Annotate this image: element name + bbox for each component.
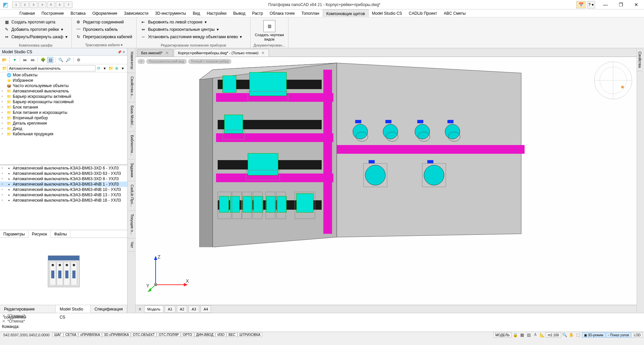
tab-close-icon[interactable]: ✕ [165,51,169,55]
vtab-properties[interactable]: Свойства [637,48,643,71]
tree-item[interactable]: 📦Часто используемые объекты [0,83,127,88]
list-icon[interactable]: ▤ [47,57,53,63]
qat-btn[interactable]: 7 [64,1,72,8]
tree-item[interactable]: +📁Вторичный прибор [0,115,127,121]
cmd-clear-icon[interactable]: ✕ [2,319,5,324]
open-icon[interactable]: 📂 [1,57,7,63]
status-toggle[interactable]: ОТС-ПОЛЯР [157,333,181,337]
tree-item[interactable]: +▪Автоматический выключатель-КЭАЗ-ВМ63-4… [0,187,127,192]
add-rail-button[interactable]: ✎Добавить прототип рейки ▾ [3,26,69,33]
tree-item[interactable]: +📁Автоматический выключатель [0,88,127,94]
refresh-icon[interactable]: ⟳ [96,65,102,71]
tree-item[interactable]: +▪Автоматический выключатель-КЭАЗ-ВМ63-3… [0,171,127,176]
grid-icon[interactable]: ▦ [519,332,525,338]
status-toggle[interactable]: ВЕС [226,333,237,337]
find-icon[interactable]: 🔍 [58,57,64,63]
panel-category-dropdown[interactable]: 📁 ⟳ ▾ 📁 ⊕ ▾ [0,64,127,72]
menu-item[interactable]: Зависимости [121,9,152,17]
vtab[interactable]: Задания [127,159,135,181]
menu-item[interactable]: CADLib Проект [406,9,440,17]
vtab[interactable]: Свойства э... [127,73,135,102]
calendar-icon[interactable]: 📅 [576,1,586,8]
menu-item[interactable]: Облака точек [266,9,298,17]
chevron-down-icon[interactable]: ▾ [102,65,108,71]
chevron-down-icon[interactable]: ▾ [120,65,126,71]
tree-item[interactable]: +📁Барьер искрозащиты пассивный [0,99,127,105]
status-toggle[interactable]: 3D оПРИВЯЗКА [102,333,131,337]
close-button[interactable]: ✕ [629,0,644,9]
menu-item[interactable]: Вывод [230,9,249,17]
status-toggle[interactable]: ИЗО [215,333,226,337]
vtab[interactable]: Текущие п... [127,211,135,238]
vtab[interactable]: Библиотек... [127,132,135,160]
view-badge[interactable]: Пользовательский вид [146,59,187,64]
status-toggle[interactable]: ОРТО [181,333,194,337]
vtab[interactable]: База Model... [127,102,135,132]
tree-icon[interactable]: 🌳 [40,57,46,63]
qat-btn[interactable]: 3 [30,1,38,8]
menu-item[interactable]: Вставка [67,9,89,17]
ucs-toggle-icon[interactable]: ⬚ [575,332,581,338]
document-tab[interactable]: Без имени0*✕ [137,49,173,57]
panel-close-icon[interactable]: ✕ [122,50,125,54]
align-left-button[interactable]: ⇤Выровнять по левой стороне ▾ [139,19,248,25]
show-nodes-button[interactable]: ▫ Показ узлов [606,332,631,338]
qat-btn[interactable]: 1 [12,1,20,8]
create-prototype-button[interactable]: ▦Создать прототип щита [3,19,69,25]
tree-item[interactable]: +📁Блок питания [0,105,127,110]
tree-item[interactable]: +📁Диод [0,126,127,131]
property-tab[interactable]: Рисунок [29,230,51,238]
layout-tab[interactable]: А2 [177,305,187,313]
panel-tab[interactable]: Редактирование соединений [0,305,56,313]
minimize-button[interactable]: — [598,0,613,9]
tree-item[interactable]: +▪Автоматический выключатель-КЭАЗ-ВМ63-3… [0,165,127,171]
create-views-button[interactable]: ▥ Создать чертежи видов [253,19,285,43]
menu-item[interactable]: Model Studio CS [369,9,406,17]
qat-btn[interactable]: 4 [38,1,46,8]
property-tab[interactable]: Файлы [51,230,70,237]
command-prompt[interactable]: Команда: [0,324,644,329]
tree-item[interactable]: +📁Кабельная продукция [0,131,127,137]
tab-close-icon[interactable]: ✕ [261,51,265,55]
lock-icon[interactable]: 🔒 [512,332,518,338]
menu-item[interactable]: Главная [16,9,38,17]
restore-button[interactable]: ❐ [613,0,629,9]
status-toggle[interactable]: ШАГ [52,333,63,337]
scale-icon[interactable]: 📐 [539,332,545,338]
tree-item[interactable]: +▪Автоматический выключатель-КЭАЗ-ВМ63-4… [0,182,127,187]
pan-icon[interactable]: ✋ [569,332,575,338]
menu-item[interactable]: Растр [249,9,266,17]
annotation-icon[interactable]: Ａ [532,332,538,338]
navigation-compass[interactable] [593,60,633,100]
property-tab[interactable]: Параметры [0,230,29,237]
retrace-cables-button[interactable]: ↻Перетрассировка кабелей [74,33,134,40]
category-input[interactable] [7,65,96,71]
tree-item[interactable]: +📁Блок питания и искрозащиты [0,110,127,115]
add-icon[interactable]: ⊕ [114,65,120,71]
menu-item[interactable]: Построение [38,9,67,17]
tree-item[interactable]: +▪Автоматический выключатель-КЭАЗ-ВМ63-4… [0,198,127,203]
cmd-clear-icon[interactable]: ✕ [2,314,5,318]
find-next-icon[interactable]: 🔎 [65,57,71,63]
qat-btn[interactable]: 2 [21,1,29,8]
mode-3d-button[interactable]: ▣ 3D-режим [582,332,605,338]
status-toggle[interactable]: ШТРИХОВКА [237,333,262,337]
layout-tab[interactable]: Модель [144,305,163,313]
menu-item[interactable]: Оформление [89,9,120,17]
help-icon[interactable]: ? ▾ [587,1,595,8]
set-distance-button[interactable]: ↔Установить расстояния между объектами в… [139,33,248,40]
layout-tab[interactable]: А3 [189,305,199,313]
tree-item[interactable]: +▪Автоматический выключатель-КЭАЗ-ВМ63-3… [0,176,127,182]
vtab[interactable]: Навигатор [127,48,135,73]
menu-item[interactable]: Вид [190,9,204,17]
next-icon[interactable]: ⏭ [22,57,28,63]
vtab[interactable]: CadLib Про... [127,181,135,211]
status-toggle[interactable]: СЕТКА [63,333,78,337]
qat-btn[interactable]: 5 [47,1,55,8]
tree-item[interactable]: +📁Барьер искрозащиты активный [0,94,127,99]
panel-tab[interactable]: Model Studio CS [56,305,91,313]
zoom-icon[interactable]: 🔍 [562,332,568,338]
prev-icon[interactable]: ⏮ [30,57,36,63]
layers-icon[interactable]: ▤ [526,332,532,338]
document-tab[interactable]: Корпус+рейки+приборы.dwg* - (Только чтен… [174,49,269,57]
